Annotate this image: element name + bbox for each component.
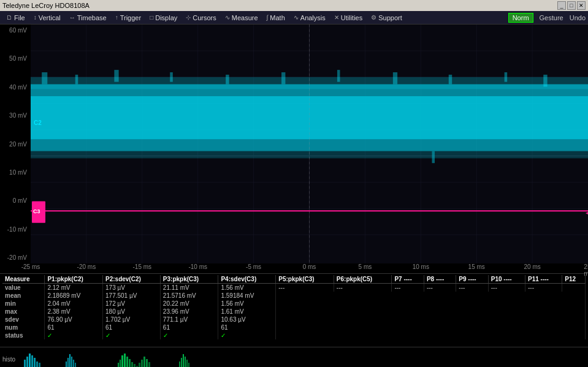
y-label-neg20: -20 mV <box>1 254 29 261</box>
x-label-20: 20 ms <box>524 263 540 270</box>
y-label-40: 40 mV <box>1 84 29 91</box>
menu-file[interactable]: 🗋 File <box>2 13 29 23</box>
meas-cell: 1.59184 mV <box>218 292 276 300</box>
meas-cell <box>276 292 586 300</box>
svg-rect-52 <box>118 363 119 367</box>
maximize-button[interactable]: □ <box>567 1 576 10</box>
svg-text:C2: C2 <box>34 119 42 126</box>
table-row: value 2.12 mV 173 µV 21.11 mV 1.56 mV --… <box>2 284 586 292</box>
menu-measure[interactable]: ∿ Measure <box>221 13 262 23</box>
menu-display[interactable]: □ Display <box>146 13 181 23</box>
svg-rect-61 <box>139 363 140 367</box>
meas-cell: 177.501 µV <box>103 292 161 300</box>
svg-rect-49 <box>71 357 72 367</box>
meas-cell: 76.90 µV <box>45 316 103 323</box>
gesture-button[interactable]: Gesture <box>536 13 567 23</box>
meas-row-label-mean: mean <box>2 292 45 300</box>
x-label-neg10: -10 ms <box>188 263 207 270</box>
svg-rect-70 <box>186 360 188 367</box>
meas-cell: 61 <box>45 323 103 331</box>
scope-area: 60 mV 50 mV 40 mV 30 mV 20 mV 10 mV 0 mV… <box>0 25 588 263</box>
svg-rect-40 <box>26 357 28 367</box>
svg-rect-24 <box>114 70 118 82</box>
meas-cell: 21.11 mV <box>160 284 218 292</box>
norm-box[interactable]: Norm <box>508 13 533 23</box>
meas-cell: 2.38 mV <box>45 308 103 316</box>
minimize-button[interactable]: _ <box>557 1 566 10</box>
svg-rect-31 <box>449 75 452 85</box>
meas-cell: --- <box>276 284 334 292</box>
svg-rect-42 <box>31 355 33 367</box>
scope-canvas[interactable]: C2 C3 <box>31 25 588 263</box>
y-axis: 60 mV 50 mV 40 mV 30 mV 20 mV 10 mV 0 mV… <box>0 25 31 263</box>
histo-svg <box>23 350 586 368</box>
y-label-60: 60 mV <box>1 27 29 34</box>
svg-rect-53 <box>120 360 121 367</box>
svg-rect-27 <box>281 72 285 85</box>
timebase-icon: ↔ <box>69 14 75 21</box>
svg-rect-33 <box>543 75 547 86</box>
meas-col-p9: P9 ---- <box>456 275 488 284</box>
svg-rect-25 <box>170 72 173 82</box>
measurements-table: Measure P1:pkpk(C2) P2:sdev(C2) P3:pkpk(… <box>2 275 586 339</box>
svg-rect-22 <box>42 72 47 85</box>
meas-cell <box>276 316 586 323</box>
y-label-0: 0 mV <box>1 197 29 204</box>
support-icon: ⚙ <box>371 14 376 21</box>
x-label-neg20: -20 ms <box>77 263 96 270</box>
meas-col-p10: P10 ---- <box>488 275 525 284</box>
meas-cell: --- <box>424 284 456 292</box>
menubar: 🗋 File ↕ Vertical ↔ Timebase ↑ Trigger □… <box>0 11 588 25</box>
meas-col-measure: Measure <box>2 275 45 284</box>
svg-rect-26 <box>226 75 229 85</box>
svg-rect-57 <box>129 359 131 367</box>
meas-cell: 61 <box>218 323 276 331</box>
meas-col-p3: P3:pkpk(C3) <box>160 275 218 284</box>
meas-cell: 172 µV <box>103 300 161 308</box>
svg-rect-50 <box>73 360 74 367</box>
menu-analysis[interactable]: ∿ Analysis <box>290 13 329 23</box>
histogram-area: histo <box>0 347 588 367</box>
svg-rect-39 <box>24 360 26 367</box>
x-label-neg5: -5 ms <box>246 263 261 270</box>
svg-rect-29 <box>393 72 397 85</box>
menu-trigger[interactable]: ↑ Trigger <box>112 13 145 23</box>
undo-button[interactable]: Undo <box>570 14 586 21</box>
menu-cursors[interactable]: ⊹ Cursors <box>182 13 220 23</box>
svg-rect-32 <box>505 72 508 82</box>
meas-col-p2: P2:sdev(C2) <box>103 275 161 284</box>
meas-cell <box>276 300 586 308</box>
menu-vertical[interactable]: ↕ Vertical <box>30 13 64 23</box>
svg-rect-66 <box>179 361 180 367</box>
measurements-panel: Measure P1:pkpk(C2) P2:sdev(C2) P3:pkpk(… <box>0 273 588 347</box>
meas-cell: 2.18689 mV <box>45 292 103 300</box>
measurements-header: Measure P1:pkpk(C2) P2:sdev(C2) P3:pkpk(… <box>2 275 586 284</box>
meas-cell: 771.1 µV <box>160 316 218 323</box>
meas-cell: 173 µV <box>103 284 161 292</box>
titlebar: Teledyne LeCroy HDO8108A _ □ ✕ <box>0 0 588 11</box>
y-label-20: 20 mV <box>1 141 29 148</box>
meas-row-label-num: num <box>2 323 45 331</box>
meas-cell: 1.56 mV <box>218 284 276 292</box>
menu-math[interactable]: ∫ Math <box>263 13 289 23</box>
meas-cell <box>562 284 586 292</box>
menu-timebase[interactable]: ↔ Timebase <box>66 13 110 23</box>
close-button[interactable]: ✕ <box>577 1 586 10</box>
menu-support[interactable]: ⚙ Support <box>367 13 406 23</box>
x-label-15: 15 ms <box>468 263 485 270</box>
meas-row-label-max: max <box>2 308 45 316</box>
meas-status-p3: ✓ <box>160 331 218 339</box>
svg-rect-46 <box>66 361 67 367</box>
svg-rect-62 <box>141 360 143 367</box>
meas-cell: --- <box>456 284 488 292</box>
analysis-icon: ∿ <box>294 14 299 21</box>
meas-row-label-value: value <box>2 284 45 292</box>
svg-rect-44 <box>36 361 38 367</box>
svg-rect-69 <box>185 357 186 367</box>
meas-col-p7: P7 ---- <box>392 275 424 284</box>
menu-utilities[interactable]: ✕ Utilities <box>330 13 366 23</box>
svg-rect-41 <box>29 354 31 367</box>
titlebar-text: Teledyne LeCroy HDO8108A <box>2 2 90 9</box>
svg-rect-59 <box>134 364 136 367</box>
svg-rect-58 <box>131 362 133 367</box>
